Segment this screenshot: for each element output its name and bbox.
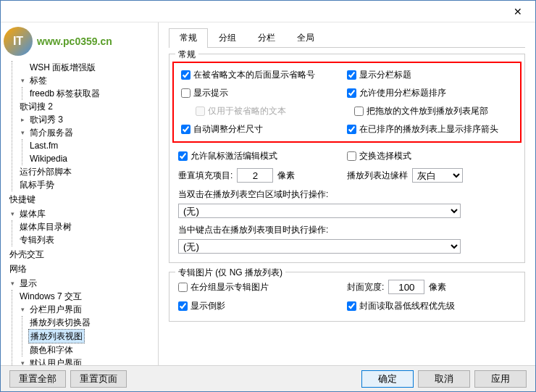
chk-show-in-group[interactable] [178, 283, 188, 292]
tree-display[interactable]: ▾显示 [8, 277, 158, 290]
tree-intro-server[interactable]: ▾简介服务器 [18, 126, 158, 139]
cover-width-input[interactable] [388, 280, 424, 294]
tree-shell[interactable]: 外壳交互 [8, 248, 158, 261]
tree-tags[interactable]: ▾标签 [18, 74, 158, 87]
chk-show-header[interactable] [347, 70, 356, 80]
tree-hotkey[interactable]: 快捷键 [8, 193, 158, 206]
fieldset-label-album: 专辑图片 (仅 NG 播放列表) [175, 267, 285, 279]
expand-icon[interactable]: ▸ [18, 115, 27, 124]
vpadding-input[interactable] [237, 168, 273, 183]
close-button[interactable]: ✕ [503, 3, 532, 20]
tree-lastfm[interactable]: Last.fm [28, 139, 158, 152]
fieldset-label-general: 常规 [175, 49, 198, 61]
tree-mouse[interactable]: 鼠标手势 [18, 178, 158, 191]
edge-select[interactable]: 灰白 [412, 168, 463, 183]
tree-ext-script[interactable]: 运行外部脚本 [18, 165, 158, 178]
tree-pl-switcher[interactable]: 播放列表切换器 [28, 316, 158, 329]
tree-media-tree[interactable]: 媒体库目录树 [18, 220, 158, 233]
chk-drop-end[interactable] [354, 107, 364, 116]
cover-width-label: 封面宽度: [347, 281, 384, 293]
tree-win7[interactable]: Windows 7 交互 [18, 290, 158, 303]
chk-show-arrow[interactable] [347, 125, 356, 134]
chk-hint-truncated [196, 107, 205, 116]
logo-icon: IT [4, 27, 33, 56]
tree-wikipedia[interactable]: Wikipedia [28, 152, 158, 165]
edge-label: 播放列表边缘样 [347, 170, 408, 182]
apply-button[interactable]: 应用 [474, 370, 527, 388]
chk-ellipsis[interactable] [181, 70, 190, 80]
dblclick-label: 当双击在播放列表空白区域时执行操作: [178, 188, 328, 201]
logo: IT www.pc0359.cn [4, 27, 148, 56]
tree-freedb[interactable]: freedb 标签获取器 [28, 87, 158, 100]
chk-low-priority[interactable] [347, 301, 356, 311]
tab-global[interactable]: 全局 [286, 28, 325, 47]
nav-tree: WSH 面板增强版 ▾标签 freedb 标签获取器 歌词搜 2 ▸歌词秀 3 … [1, 60, 158, 366]
midclick-select[interactable]: (无) [178, 239, 461, 254]
titlebar: ✕ [1, 1, 535, 22]
chk-show-hint[interactable] [181, 88, 190, 98]
logo-text: www.pc0359.cn [37, 36, 112, 47]
tab-group[interactable]: 分组 [208, 28, 247, 47]
highlighted-options: 在被省略文本的后面显示省略号 显示分栏标题 显示提示 允许使用分栏标题排序 仅用… [172, 62, 522, 143]
tree-col-ui[interactable]: ▾分栏用户界面 [18, 303, 158, 316]
dblclick-select[interactable]: (无) [178, 204, 461, 218]
footer: 重置全部 重置页面 确定 取消 应用 [1, 365, 535, 391]
tree-album-list[interactable]: 专辑列表 [18, 233, 158, 246]
tree-lyrics2[interactable]: 歌词搜 2 [18, 100, 158, 113]
settings-window: ✕ IT www.pc0359.cn WSH 面板增强版 ▾标签 freedb … [0, 0, 536, 392]
chk-reflection[interactable] [178, 301, 188, 311]
midclick-label: 当中键点击在播放列表项目时执行操作: [178, 224, 328, 236]
chk-swap-select[interactable] [347, 151, 356, 161]
tree-pl-view[interactable]: 播放列表视图 [28, 329, 158, 343]
tree-lyrics3[interactable]: ▸歌词秀 3 [18, 113, 158, 126]
tree-media[interactable]: ▾媒体库 [8, 207, 158, 220]
sidebar[interactable]: IT www.pc0359.cn WSH 面板增强版 ▾标签 freedb 标签… [1, 22, 159, 366]
collapse-icon[interactable]: ▾ [8, 209, 17, 218]
tree-network[interactable]: 网络 [8, 262, 158, 275]
fieldset-general: 常规 在被省略文本的后面显示省略号 显示分栏标题 显示提示 允许使用分栏标题排序… [169, 54, 525, 263]
reset-all-button[interactable]: 重置全部 [9, 370, 66, 388]
tree-wsh[interactable]: WSH 面板增强版 [18, 61, 158, 74]
tabs: 常规 分组 分栏 全局 [169, 28, 525, 48]
cancel-button[interactable]: 取消 [418, 370, 470, 388]
ok-button[interactable]: 确定 [361, 370, 414, 388]
chk-allow-sort[interactable] [347, 88, 356, 98]
reset-page-button[interactable]: 重置页面 [70, 370, 127, 388]
chk-auto-resize[interactable] [181, 125, 190, 134]
content: IT www.pc0359.cn WSH 面板增强版 ▾标签 freedb 标签… [1, 22, 535, 366]
collapse-icon[interactable]: ▾ [18, 128, 27, 137]
chk-mouse-edit[interactable] [178, 151, 188, 161]
tree-colors-fonts[interactable]: 颜色和字体 [28, 343, 158, 356]
collapse-icon[interactable]: ▾ [8, 279, 17, 288]
vpadding-label: 垂直填充项目: [178, 170, 233, 182]
tab-columns[interactable]: 分栏 [247, 28, 286, 47]
collapse-icon[interactable]: ▾ [18, 76, 27, 85]
tab-general[interactable]: 常规 [169, 28, 208, 48]
collapse-icon[interactable]: ▾ [18, 305, 27, 314]
main-panel: 常规 分组 分栏 全局 常规 在被省略文本的后面显示省略号 显示分栏标题 显示提… [159, 22, 535, 366]
fieldset-album: 专辑图片 (仅 NG 播放列表) 在分组显示专辑图片 封面宽度: 像素 显示倒影… [169, 272, 525, 322]
